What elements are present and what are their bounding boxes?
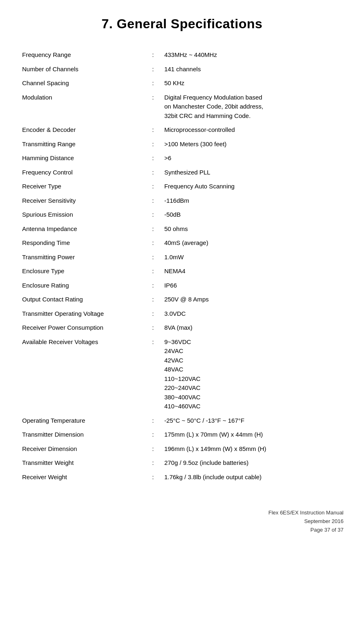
table-row: Enclosure Type:NEMA4 (20, 264, 344, 279)
spec-colon: : (143, 208, 163, 222)
spec-label: Receiver Weight (20, 470, 143, 485)
spec-value: 50 ohms (163, 222, 344, 236)
table-row: Receiver Dimension:196mm (L) x 149mm (W)… (20, 442, 344, 456)
spec-colon: : (143, 456, 163, 470)
spec-label: Receiver Power Consumption (20, 321, 143, 335)
spec-label: Transmitter Dimension (20, 428, 143, 442)
table-row: Number of Channels:141 channels (20, 62, 344, 77)
spec-colon: : (143, 279, 163, 293)
spec-colon: : (143, 62, 163, 77)
spec-colon: : (143, 335, 163, 414)
spec-colon: : (143, 442, 163, 456)
table-row: Responding Time:40mS (average) (20, 236, 344, 250)
footer-line2: September 2016 (20, 517, 344, 526)
spec-value: 1.76kg / 3.8lb (include output cable) (163, 470, 344, 485)
spec-value: 141 channels (163, 62, 344, 77)
spec-colon: : (143, 264, 163, 279)
spec-table: Frequency Range:433MHz ~ 440MHzNumber of… (20, 48, 344, 484)
spec-label: Available Receiver Voltages (20, 335, 143, 414)
spec-label: Frequency Control (20, 165, 143, 180)
spec-colon: : (143, 151, 163, 165)
spec-value: 196mm (L) x 149mm (W) x 85mm (H) (163, 442, 344, 456)
table-row: Receiver Type:Frequency Auto Scanning (20, 179, 344, 194)
spec-label: Transmitter Weight (20, 456, 143, 470)
table-row: Receiver Power Consumption:8VA (max) (20, 321, 344, 335)
table-row: Transmitting Power:1.0mW (20, 250, 344, 265)
spec-colon: : (143, 222, 163, 236)
spec-colon: : (143, 236, 163, 250)
spec-colon: : (143, 321, 163, 335)
spec-value: 1.0mW (163, 250, 344, 265)
spec-value: 50 KHz (163, 76, 344, 91)
table-row: Encoder & Decoder:Microprocessor-control… (20, 123, 344, 137)
spec-label: Transmitting Range (20, 137, 143, 152)
spec-label: Transmitting Power (20, 250, 143, 265)
spec-value: -116dBm (163, 194, 344, 208)
spec-value: IP66 (163, 279, 344, 293)
spec-value: 40mS (average) (163, 236, 344, 250)
spec-colon: : (143, 91, 163, 123)
spec-colon: : (143, 179, 163, 194)
spec-value: Synthesized PLL (163, 165, 344, 180)
spec-value: NEMA4 (163, 264, 344, 279)
table-row: Transmitter Operating Voltage:3.0VDC (20, 307, 344, 321)
spec-colon: : (143, 470, 163, 485)
footer-line1: Flex 6ES/EX Instruction Manual (20, 509, 344, 517)
spec-value: 433MHz ~ 440MHz (163, 48, 344, 62)
table-row: Hamming Distance:>6 (20, 151, 344, 165)
spec-colon: : (143, 48, 163, 62)
table-row: Transmitter Dimension:175mm (L) x 70mm (… (20, 428, 344, 442)
table-row: Modulation:Digital Frequency Modulation … (20, 91, 344, 123)
spec-value: -50dB (163, 208, 344, 222)
spec-colon: : (143, 307, 163, 321)
spec-value: 250V @ 8 Amps (163, 292, 344, 307)
spec-value: 175mm (L) x 70mm (W) x 44mm (H) (163, 428, 344, 442)
spec-value: 9~36VDC24VAC42VAC48VAC110~120VAC220~240V… (163, 335, 344, 414)
spec-value: Frequency Auto Scanning (163, 179, 344, 194)
spec-label: Number of Channels (20, 62, 143, 77)
table-row: Antenna Impedance:50 ohms (20, 222, 344, 236)
spec-label: Receiver Dimension (20, 442, 143, 456)
spec-colon: : (143, 123, 163, 137)
table-row: Frequency Range:433MHz ~ 440MHz (20, 48, 344, 62)
spec-value: Digital Frequency Modulation basedon Man… (163, 91, 344, 123)
table-row: Frequency Control:Synthesized PLL (20, 165, 344, 180)
spec-label: Enclosure Type (20, 264, 143, 279)
spec-colon: : (143, 292, 163, 307)
spec-colon: : (143, 414, 163, 428)
page-title: 7. General Specifications (20, 16, 344, 32)
spec-value: Microprocessor-controlled (163, 123, 344, 137)
spec-colon: : (143, 137, 163, 152)
spec-label: Operating Temperature (20, 414, 143, 428)
spec-label: Enclosure Rating (20, 279, 143, 293)
table-row: Enclosure Rating:IP66 (20, 279, 344, 293)
table-row: Spurious Emission:-50dB (20, 208, 344, 222)
spec-label: Transmitter Operating Voltage (20, 307, 143, 321)
table-row: Receiver Weight:1.76kg / 3.8lb (include … (20, 470, 344, 485)
table-row: Transmitter Weight:270g / 9.5oz (include… (20, 456, 344, 470)
spec-label: Modulation (20, 91, 143, 123)
spec-value: 270g / 9.5oz (include batteries) (163, 456, 344, 470)
spec-label: Channel Spacing (20, 76, 143, 91)
spec-label: Spurious Emission (20, 208, 143, 222)
table-row: Transmitting Range:>100 Meters (300 feet… (20, 137, 344, 152)
spec-label: Encoder & Decoder (20, 123, 143, 137)
spec-label: Frequency Range (20, 48, 143, 62)
spec-value: >100 Meters (300 feet) (163, 137, 344, 152)
footer: Flex 6ES/EX Instruction Manual September… (20, 509, 344, 534)
table-row: Operating Temperature:-25°C ~ 50°C / -13… (20, 414, 344, 428)
table-row: Output Contact Rating:250V @ 8 Amps (20, 292, 344, 307)
spec-label: Responding Time (20, 236, 143, 250)
spec-colon: : (143, 428, 163, 442)
spec-colon: : (143, 76, 163, 91)
spec-colon: : (143, 194, 163, 208)
table-row: Receiver Sensitivity:-116dBm (20, 194, 344, 208)
spec-label: Output Contact Rating (20, 292, 143, 307)
table-row: Channel Spacing:50 KHz (20, 76, 344, 91)
spec-value: >6 (163, 151, 344, 165)
spec-label: Receiver Sensitivity (20, 194, 143, 208)
spec-value: 8VA (max) (163, 321, 344, 335)
spec-label: Receiver Type (20, 179, 143, 194)
table-row: Available Receiver Voltages:9~36VDC24VAC… (20, 335, 344, 414)
spec-colon: : (143, 250, 163, 265)
